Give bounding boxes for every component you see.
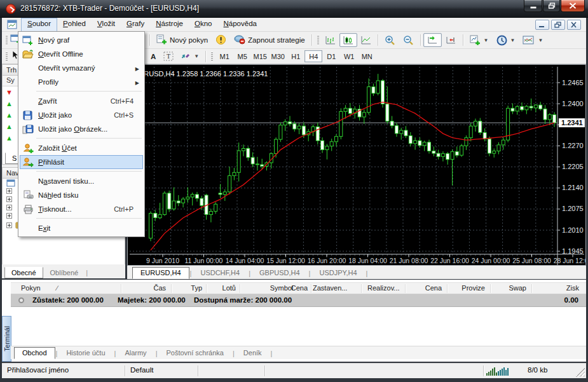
minimize-button[interactable] <box>524 0 542 12</box>
tree-expand-icon[interactable] <box>6 196 12 202</box>
menu-nástroje[interactable]: Nástroje <box>150 18 189 32</box>
templates-button[interactable]: ▼ <box>519 33 547 47</box>
chart-line-button[interactable] <box>357 33 375 47</box>
toolbar-grip[interactable] <box>211 51 213 62</box>
file-menu-item[interactable]: Přihlásit <box>20 155 143 169</box>
menu-soubor[interactable]: Soubor <box>21 18 57 32</box>
navigator-tab-common[interactable]: Obecné <box>4 267 43 278</box>
terminal-tab-1[interactable]: Historie účtu <box>58 347 113 359</box>
app-icon <box>6 4 16 14</box>
chart-tab-bar: EURUSD,H4|USDCHF,H4|GBPUSD,H4|USDJPY,H4| <box>127 266 586 279</box>
terminal-side-tab[interactable]: Terminál <box>2 316 11 362</box>
menu-nápověda[interactable]: Nápověda <box>218 18 263 32</box>
enable-strategy-button[interactable]: Zapnout strategie <box>230 33 309 47</box>
tree-expand-icon[interactable] <box>6 188 12 194</box>
svg-text:T: T <box>167 53 170 60</box>
file-menu-item[interactable]: Exit <box>20 221 143 235</box>
title-bar: 281576872: XTB-Trader - Demoúčet - [EURU… <box>0 0 588 18</box>
svg-text:15 Jun 12:00: 15 Jun 12:00 <box>266 257 305 264</box>
application-window: 281576872: XTB-Trader - Demoúčet - [EURU… <box>0 0 588 382</box>
svg-text:24 Jun 00:00: 24 Jun 00:00 <box>472 257 510 264</box>
file-menu-item[interactable]: Náhled tisku <box>20 188 143 202</box>
column-header-3[interactable]: Lotů <box>179 284 236 292</box>
text-button[interactable]: T <box>160 50 177 64</box>
file-menu-item[interactable]: Uložit jako Obrázek... <box>20 122 143 136</box>
chart-candles-button[interactable] <box>339 33 357 47</box>
menu-okno[interactable]: Okno <box>189 18 218 32</box>
arrows-button[interactable]: ▼ <box>177 50 203 64</box>
svg-text:1.2341: 1.2341 <box>561 119 583 126</box>
restore-button[interactable] <box>543 0 560 12</box>
timeframe-m5[interactable]: M5 <box>233 50 251 62</box>
price-chart[interactable]: 1.19451.20101.20751.21401.22051.22701.24… <box>128 65 585 265</box>
chart-shift-button[interactable] <box>442 33 460 47</box>
mdi-restore-button[interactable] <box>551 20 565 30</box>
chart-window[interactable]: 1.19451.20101.20751.21401.22051.22701.24… <box>127 64 586 266</box>
timeframe-m1[interactable]: M1 <box>215 50 233 62</box>
timeframe-m15[interactable]: M15 <box>251 50 269 62</box>
chart-tab-eurusd[interactable]: EURUSD,H4 <box>132 267 189 279</box>
file-menu-item[interactable]: Nastavení tisku... <box>20 174 143 188</box>
file-menu-item[interactable]: Profily▶ <box>20 75 143 89</box>
price-down-icon: ▼ <box>6 88 13 96</box>
chart-tab-usdjpy[interactable]: USDJPY,H4 <box>311 267 365 279</box>
toolbar-grip[interactable] <box>6 51 8 62</box>
zoom-in-button[interactable] <box>381 33 399 47</box>
chart-window-icon[interactable] <box>7 20 17 32</box>
timeframe-h4[interactable]: H4 <box>304 50 322 62</box>
tree-expand-icon[interactable] <box>6 213 12 219</box>
tree-expand-icon[interactable] <box>6 205 12 210</box>
toolbar-grip[interactable] <box>6 35 8 45</box>
menu-grafy[interactable]: Grafy <box>121 18 150 32</box>
chart-tab-usdchf[interactable]: USDCHF,H4 <box>192 267 248 279</box>
timeframe-h1[interactable]: H1 <box>287 50 304 62</box>
new-order-button[interactable]: Nový pokyn <box>153 33 212 47</box>
menu-pohled[interactable]: Pohled <box>57 18 92 32</box>
file-menu-item[interactable]: Tisknout...Ctrl+P <box>20 202 143 216</box>
navigator-tab-favorites[interactable]: Oblíbené <box>43 267 86 278</box>
zoom-out-button[interactable] <box>399 33 418 47</box>
balance-row: Zůstatek: 200 000.00 Majetek: 200 000.00… <box>11 294 586 307</box>
svg-text:1.2270: 1.2270 <box>562 142 584 149</box>
terminal-tab-2[interactable]: Alarmy <box>116 347 154 359</box>
save-image-icon <box>20 124 36 134</box>
timeframe-d1[interactable]: D1 <box>322 50 340 62</box>
text-label-button[interactable]: A <box>147 50 160 64</box>
file-menu-item[interactable]: Založit Účet <box>20 141 143 155</box>
file-menu-item[interactable]: Otevřít Offline <box>20 47 143 61</box>
resize-grip[interactable] <box>576 368 585 377</box>
file-menu-item[interactable]: Nový graf <box>20 33 143 47</box>
svg-text:11 Jun 00:00: 11 Jun 00:00 <box>185 257 223 264</box>
file-menu-item[interactable]: ZavřítCtrl+F4 <box>20 94 143 108</box>
timeframe-mn[interactable]: MN <box>358 50 376 62</box>
column-header-6[interactable]: Zastaven... <box>313 284 347 292</box>
svg-text:1.2075: 1.2075 <box>562 205 584 212</box>
price-up-icon: ▲ <box>6 134 13 142</box>
terminal-tab-3[interactable]: Poštovní schránka <box>158 347 232 359</box>
close-button[interactable] <box>561 0 585 12</box>
toolbar-grip[interactable] <box>317 35 319 45</box>
chart-tab-gbpusd[interactable]: GBPUSD,H4 <box>251 267 308 279</box>
file-menu-item[interactable]: Otevřít vymazaný▶ <box>20 61 143 75</box>
menu-vložit[interactable]: Vložit <box>92 18 121 32</box>
indicators-button[interactable]: ▼ <box>466 33 493 47</box>
chart-bars-button[interactable] <box>322 33 339 47</box>
timeframe-w1[interactable]: W1 <box>340 50 358 62</box>
column-header-0[interactable]: Pokyn <box>21 284 41 292</box>
column-header-11[interactable]: Zisk <box>522 284 579 292</box>
mdi-close-button[interactable] <box>567 20 581 30</box>
terminal-tab-0[interactable]: Obchod <box>14 347 55 359</box>
auto-scroll-button[interactable] <box>423 33 442 47</box>
timeframe-m30[interactable]: M30 <box>269 50 287 62</box>
column-header-5[interactable]: Cena <box>250 284 308 292</box>
svg-text:14 Jun 04:00: 14 Jun 04:00 <box>226 257 264 264</box>
periods-button[interactable]: ▼ <box>493 33 519 47</box>
terminal-tab-4[interactable]: Deník <box>235 347 270 359</box>
file-menu-item[interactable]: Uložit jakoCtrl+S <box>20 108 143 122</box>
price-up-icon: ▲ <box>6 123 13 130</box>
column-header-10[interactable]: Swap <box>469 284 526 292</box>
alerts-button[interactable] <box>212 33 230 47</box>
tree-expand-icon[interactable] <box>6 222 12 228</box>
mdi-minimize-button[interactable] <box>535 20 549 30</box>
status-profile[interactable]: Default <box>130 366 153 374</box>
